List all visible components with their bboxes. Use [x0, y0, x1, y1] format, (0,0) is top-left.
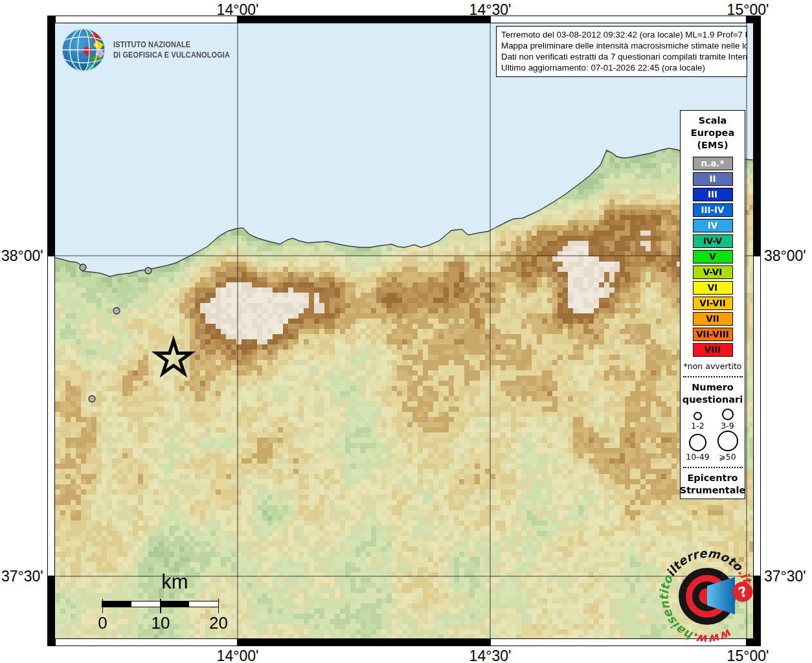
- questionnaire-class-label: 10-49: [686, 452, 709, 462]
- questionnaire-size-key: 1-23-910-49⩾50: [683, 409, 743, 462]
- ingv-line2: DI GEOFISICA E VULCANOLOGIA: [113, 50, 230, 60]
- info-line-event: Terremoto del 03-08-2012 09:32:42 (ora l…: [501, 29, 742, 40]
- frame-right-seg-1: [753, 256, 761, 576]
- ingv-logo-text: ISTITUTO NAZIONALE DI GEOFISICA E VULCAN…: [113, 39, 230, 60]
- frame-top-seg-1: [55, 16, 238, 23]
- questionnaire-circle-icon: [722, 409, 734, 420]
- questionnaire-circle-icon: [694, 412, 702, 420]
- intensity-chip-II: II: [693, 172, 733, 186]
- legend-divider: [683, 376, 743, 377]
- scale-segment-1: [131, 601, 161, 607]
- epicenter-star-marker: [156, 341, 190, 374]
- info-line-data-source: Dati non verificati estratti da 7 questi…: [501, 51, 742, 62]
- haisentitoilterremoto-watermark: ? www.haisentitoilterremoto.it: [649, 538, 765, 655]
- scale-number-1: 10: [152, 613, 170, 633]
- axis-right-label-1: 37°30': [764, 568, 806, 585]
- ingv-line1: ISTITUTO NAZIONALE: [113, 39, 230, 50]
- intensity-chip-VII-VIII: VII-VIII: [693, 328, 733, 341]
- intensity-chip-n.a.*: n.a.*: [693, 157, 733, 170]
- scale-tick-0: [102, 599, 104, 613]
- frame-left-seg-1: [47, 256, 55, 576]
- axis-left-label-1: 37°30': [1, 568, 43, 585]
- scale-number-2: 20: [209, 613, 228, 633]
- questionnaire-dot-1: [145, 267, 152, 274]
- questionnaire-dot-0: [80, 264, 86, 271]
- questionnaire-class-⩾50: ⩾50: [713, 431, 743, 462]
- questionnaire-class-label: 3-9: [721, 421, 734, 431]
- frame-bottom-seg-0: [47, 638, 55, 646]
- legend-divider-2: [683, 467, 743, 468]
- intensity-chip-VI: VI: [693, 281, 733, 295]
- frame-left-seg-2: [47, 576, 55, 638]
- intensity-chip-III: III: [693, 188, 733, 201]
- frame-left-seg-0: [47, 23, 55, 256]
- epicenter-star-icon: [703, 497, 723, 499]
- scale-tick-2: [218, 599, 220, 613]
- earthquake-info-box: Terremoto del 03-08-2012 09:32:42 (ora l…: [496, 26, 747, 77]
- epicenter-title: Epicentro Strumentale: [680, 472, 745, 497]
- intensity-scale-chips: n.a.*IIIIIIII-IVIVIV-VVV-VIVIVI-VIIVIIVI…: [693, 157, 733, 357]
- intensity-chip-VII: VII: [693, 312, 733, 326]
- questionnaire-class-1-2: 1-2: [683, 409, 713, 431]
- frame-bottom-seg-2: [238, 638, 490, 646]
- questionnaire-dot-2: [113, 308, 120, 314]
- scale-segment-3: [189, 601, 218, 607]
- intensity-chip-VI-VII: VI-VII: [693, 297, 733, 310]
- axis-bottom-label-1: 14°30': [469, 647, 512, 663]
- frame-top-seg-0: [47, 16, 55, 23]
- frame-top-seg-3: [490, 16, 747, 23]
- intensity-chip-III-IV: III-IV: [693, 203, 733, 217]
- info-line-map-type: Mappa preliminare delle intensità macros…: [501, 40, 742, 51]
- axis-right-label-0: 38°00': [764, 247, 806, 265]
- info-line-updated: Ultimo aggiornamento: 07-01-2026 22:45 (…: [501, 62, 742, 73]
- scale-segment-2: [161, 601, 190, 607]
- questionnaire-class-3-9: 3-9: [713, 409, 743, 431]
- intensity-chip-V-VI: V-VI: [693, 265, 733, 279]
- macroseismic-intensity-map-page: 14°00'14°30'15°00' 14°00'14°30'15°00' 38…: [0, 0, 812, 663]
- intensity-chip-V: V: [693, 250, 733, 264]
- frame-top-seg-4: [747, 16, 761, 23]
- axis-left-label-0: 38°00': [1, 247, 43, 265]
- intensity-chip-IV: IV: [693, 219, 733, 232]
- questionnaire-class-label: ⩾50: [719, 452, 736, 462]
- questionnaire-circle-icon: [689, 434, 706, 451]
- legend-title: Scala Europea (EMS): [691, 115, 734, 152]
- frame-top-seg-2: [238, 16, 490, 23]
- ingv-logo: ISTITUTO NAZIONALE DI GEOFISICA E VULCAN…: [60, 25, 254, 74]
- scale-tick-1: [160, 599, 161, 613]
- questionnaire-class-10-49: 10-49: [683, 431, 713, 462]
- legend-panel: Scala Europea (EMS) n.a.*IIIIIIII-IVIVIV…: [680, 110, 745, 499]
- intensity-chip-IV-V: IV-V: [693, 234, 733, 248]
- scale-unit-label: km: [81, 570, 269, 594]
- scale-number-0: 0: [98, 613, 107, 633]
- questionnaire-title: Numero questionari: [682, 381, 743, 406]
- questionnaire-class-label: 1-2: [691, 421, 704, 431]
- legend-footnote: *non avvertito: [684, 361, 742, 371]
- intensity-chip-VIII: VIII: [693, 343, 733, 357]
- questionnaire-circle-icon: [717, 431, 738, 451]
- map-scale-bar: km 01020: [81, 570, 269, 635]
- ingv-globe-icon: [60, 27, 107, 73]
- scale-segment-0: [102, 601, 131, 607]
- questionnaire-dot-3: [89, 396, 95, 402]
- frame-right-seg-0: [753, 23, 761, 256]
- axis-bottom-label-0: 14°00': [217, 647, 259, 663]
- frame-bottom-seg-1: [55, 638, 238, 646]
